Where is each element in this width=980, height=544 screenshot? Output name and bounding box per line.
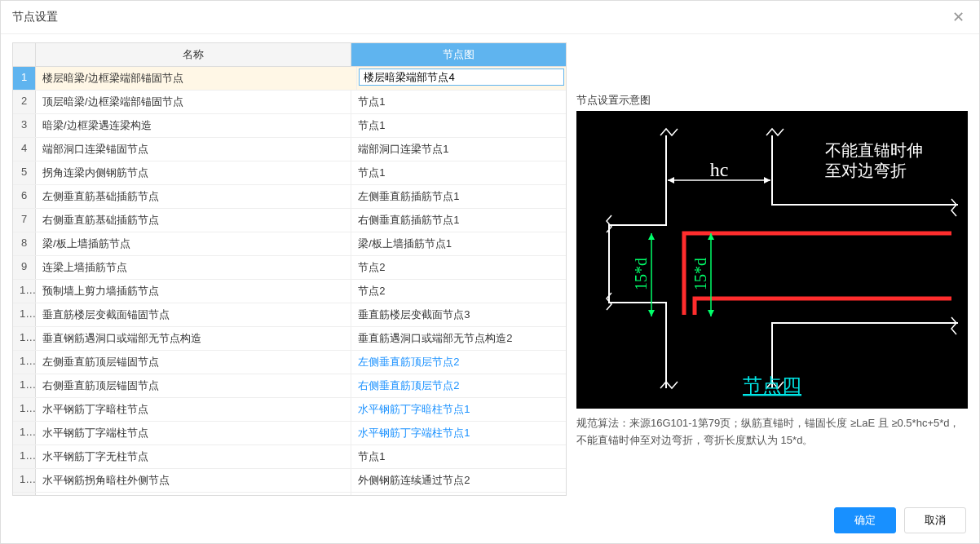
dialog-body: 名称 节点图 1楼层暗梁/边框梁端部锚固节点2顶层暗梁/边框梁端部锚固节点节点1…: [1, 34, 979, 499]
row-number: 2: [13, 91, 36, 113]
table-header-row: 名称 节点图: [13, 43, 566, 67]
row-name: 连梁上墙插筋节点: [36, 256, 351, 279]
table-row[interactable]: 5拐角连梁内侧钢筋节点节点1: [13, 161, 566, 185]
row-name: 水平钢筋丁字端柱节点: [36, 422, 351, 444]
row-name: 水平钢筋丁字暗柱节点: [36, 398, 351, 421]
table-row[interactable]: 2顶层暗梁/边框梁端部锚固节点节点1: [13, 91, 566, 114]
row-number: 4: [13, 138, 36, 161]
row-node-image[interactable]: 节点1: [351, 91, 566, 113]
table-row[interactable]: 3暗梁/边框梁遇连梁构造节点1: [13, 114, 566, 138]
row-name: 端部洞口连梁锚固节点: [36, 138, 351, 161]
preview-canvas: hc 15*d 15*d 不能直锚时伸 至对边弯折 节点四: [576, 111, 968, 409]
header-num: [13, 43, 36, 66]
row-number: 6: [13, 185, 36, 208]
preview-note-2: 至对边弯折: [825, 161, 907, 179]
table-row[interactable]: 14右侧垂直筋顶层锚固节点右侧垂直筋顶层节点2: [13, 374, 566, 398]
row-name: 水平钢筋丁字无柱节点: [36, 445, 351, 468]
row-number: 14: [13, 374, 36, 397]
table-body[interactable]: 1楼层暗梁/边框梁端部锚固节点2顶层暗梁/边框梁端部锚固节点节点13暗梁/边框梁…: [13, 67, 566, 495]
table-row[interactable]: 13左侧垂直筋顶层锚固节点左侧垂直筋顶层节点2: [13, 351, 566, 374]
row-name: 拐角连梁内侧钢筋节点: [36, 161, 351, 184]
row-node-image[interactable]: 右侧垂直筋插筋节点1: [351, 209, 566, 232]
row-number: 8: [13, 232, 36, 255]
header-image: 节点图: [351, 43, 566, 66]
label-15d-inner: 15*d: [691, 258, 709, 290]
row-node-image[interactable]: 外侧钢筋连续通过节点2: [351, 469, 566, 492]
row-name: 预制墙上剪力墙插筋节点: [36, 280, 351, 303]
row-number: 7: [13, 209, 36, 232]
label-hc: hc: [710, 159, 729, 180]
preview-panel: 节点设置示意图 h: [576, 42, 968, 496]
header-name: 名称: [36, 43, 351, 66]
row-number: 17: [13, 445, 36, 468]
row-node-image[interactable]: 节点1: [351, 114, 566, 137]
row-node-image[interactable]: 左侧垂直筋插筋节点1: [351, 185, 566, 208]
row-name: 暗梁/边框梁遇连梁构造: [36, 114, 351, 137]
preview-description: 规范算法：来源16G101-1第79页；纵筋直锚时，锚固长度 ≥LaE 且 ≥0…: [576, 409, 968, 456]
table-row[interactable]: 9连梁上墙插筋节点节点2: [13, 256, 566, 280]
row-number: 16: [13, 422, 36, 444]
row-node-image[interactable]: 端部洞口连梁节点1: [351, 138, 566, 161]
row-name: 右侧垂直筋顶层锚固节点: [36, 374, 351, 397]
row-name: 水平钢筋拐角暗柱内侧节点: [36, 493, 351, 495]
dialog-title: 节点设置: [12, 10, 58, 24]
row-node-image[interactable]: 右侧垂直筋顶层节点2: [351, 374, 566, 397]
row-number: 18: [13, 469, 36, 492]
row-name: 右侧垂直筋基础插筋节点: [36, 209, 351, 232]
row-number: 1: [13, 67, 36, 90]
row-number: 15: [13, 398, 36, 421]
table-row[interactable]: 19水平钢筋拐角暗柱内侧节点拐角暗柱内侧节点3: [13, 493, 566, 495]
table-row[interactable]: 15水平钢筋丁字暗柱节点水平钢筋丁字暗柱节点1: [13, 398, 566, 422]
table-row[interactable]: 12垂直钢筋遇洞口或端部无节点构造垂直筋遇洞口或端部无节点构造2: [13, 327, 566, 351]
table-row[interactable]: 6左侧垂直筋基础插筋节点左侧垂直筋插筋节点1: [13, 185, 566, 209]
node-settings-dialog: 节点设置 ✕ 名称 节点图 1楼层暗梁/边框梁端部锚固节点2顶层暗梁/边框梁端部…: [0, 0, 980, 544]
row-number: 11: [13, 303, 36, 326]
row-node-image[interactable]: 垂直筋遇洞口或端部无节点构造2: [351, 327, 566, 350]
row-node-image[interactable]: 水平钢筋丁字暗柱节点1: [351, 398, 566, 421]
preview-title: 节点设置示意图: [576, 91, 968, 111]
row-number: 10: [13, 280, 36, 303]
label-15d-outer: 15*d: [632, 258, 650, 290]
row-node-image[interactable]: 垂直筋楼层变截面节点3: [351, 303, 566, 326]
row-number: 19: [13, 493, 36, 495]
row-number: 12: [13, 327, 36, 350]
row-name: 垂直筋楼层变截面锚固节点: [36, 303, 351, 326]
cancel-button[interactable]: 取消: [904, 507, 966, 533]
row-node-image[interactable]: 节点1: [351, 445, 566, 468]
ok-button[interactable]: 确定: [834, 507, 896, 533]
row-node-image[interactable]: [357, 67, 566, 90]
table-row[interactable]: 17水平钢筋丁字无柱节点节点1: [13, 445, 566, 469]
row-name: 楼层暗梁/边框梁端部锚固节点: [36, 67, 357, 90]
close-button[interactable]: ✕: [948, 7, 968, 27]
table-row[interactable]: 1楼层暗梁/边框梁端部锚固节点: [13, 67, 566, 91]
table-row[interactable]: 16水平钢筋丁字端柱节点水平钢筋丁字端柱节点1: [13, 422, 566, 445]
row-number: 13: [13, 351, 36, 374]
row-number: 5: [13, 161, 36, 184]
row-name: 水平钢筋拐角暗柱外侧节点: [36, 469, 351, 492]
table-row[interactable]: 8梁/板上墙插筋节点梁/板上墙插筋节点1: [13, 232, 566, 256]
node-image-input[interactable]: [359, 69, 564, 86]
dialog-header: 节点设置 ✕: [1, 1, 979, 34]
row-node-image[interactable]: 拐角暗柱内侧节点3: [351, 493, 566, 495]
row-node-image[interactable]: 节点2: [351, 256, 566, 279]
table-row[interactable]: 4端部洞口连梁锚固节点端部洞口连梁节点1: [13, 138, 566, 161]
close-icon: ✕: [952, 9, 965, 25]
row-name: 左侧垂直筋基础插筋节点: [36, 185, 351, 208]
preview-note-1: 不能直锚时伸: [825, 141, 923, 159]
preview-caption: 节点四: [743, 375, 801, 396]
row-node-image[interactable]: 节点2: [351, 280, 566, 303]
table-row[interactable]: 18水平钢筋拐角暗柱外侧节点外侧钢筋连续通过节点2: [13, 469, 566, 493]
node-table: 名称 节点图 1楼层暗梁/边框梁端部锚固节点2顶层暗梁/边框梁端部锚固节点节点1…: [12, 42, 567, 496]
row-node-image[interactable]: 梁/板上墙插筋节点1: [351, 232, 566, 255]
row-node-image[interactable]: 水平钢筋丁字端柱节点1: [351, 422, 566, 444]
row-name: 顶层暗梁/边框梁端部锚固节点: [36, 91, 351, 113]
row-name: 左侧垂直筋顶层锚固节点: [36, 351, 351, 374]
row-name: 梁/板上墙插筋节点: [36, 232, 351, 255]
row-node-image[interactable]: 节点1: [351, 161, 566, 184]
table-row[interactable]: 10预制墙上剪力墙插筋节点节点2: [13, 280, 566, 303]
table-row[interactable]: 11垂直筋楼层变截面锚固节点垂直筋楼层变截面节点3: [13, 303, 566, 327]
row-number: 3: [13, 114, 36, 137]
table-row[interactable]: 7右侧垂直筋基础插筋节点右侧垂直筋插筋节点1: [13, 209, 566, 232]
row-node-image[interactable]: 左侧垂直筋顶层节点2: [351, 351, 566, 374]
row-number: 9: [13, 256, 36, 279]
